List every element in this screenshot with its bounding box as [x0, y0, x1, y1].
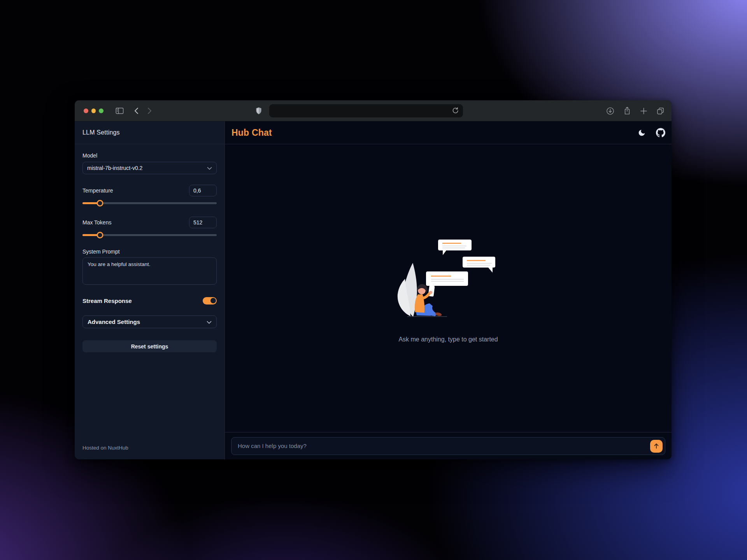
chat-message-input[interactable] [231, 438, 665, 455]
tab-overview-icon[interactable] [656, 107, 665, 115]
new-tab-icon[interactable] [640, 107, 647, 115]
slider-thumb[interactable] [96, 232, 103, 238]
stream-response-toggle[interactable] [203, 297, 217, 304]
max-tokens-slider[interactable] [82, 232, 217, 238]
page-title: Hub Chat [231, 128, 272, 138]
share-icon[interactable] [623, 107, 631, 115]
stream-response-label: Stream Response [82, 298, 132, 304]
arrow-up-icon [653, 443, 659, 449]
chat-empty-state: Ask me anything, type to get started [225, 144, 672, 432]
zoom-window-button[interactable] [99, 108, 103, 113]
chat-header: Hub Chat [225, 121, 672, 144]
shield-icon[interactable] [255, 100, 263, 121]
slider-thumb[interactable] [96, 200, 103, 206]
max-tokens-value-input[interactable] [189, 217, 217, 228]
hosted-on-nuxthub-text: Hosted on NuxtHub [75, 445, 224, 459]
model-select-value: mistral-7b-instruct-v0.2 [87, 165, 142, 171]
model-label: Model [82, 152, 217, 159]
address-bar[interactable] [269, 104, 463, 117]
send-button[interactable] [650, 440, 663, 453]
close-window-button[interactable] [84, 108, 88, 113]
max-tokens-field: Max Tokens [82, 217, 217, 238]
back-icon[interactable] [133, 100, 140, 121]
toggle-knob [210, 298, 216, 303]
settings-sidebar: LLM Settings Model mistral-7b-instruct-v… [75, 121, 225, 459]
toolbar-actions [606, 100, 665, 121]
system-prompt-label: System Prompt [82, 248, 217, 255]
chevron-down-icon [207, 318, 212, 326]
header-actions [638, 128, 665, 137]
reload-icon[interactable] [452, 107, 459, 114]
chat-input-container [231, 437, 665, 455]
github-icon[interactable] [656, 128, 665, 137]
max-tokens-label: Max Tokens [82, 219, 111, 226]
system-prompt-field: System Prompt You are a helpful assistan… [82, 248, 217, 286]
forward-icon[interactable] [146, 100, 153, 121]
sidebar-body: Model mistral-7b-instruct-v0.2 Temperatu… [75, 144, 224, 352]
temperature-field: Temperature [82, 185, 217, 206]
chat-footer [225, 432, 672, 459]
reset-settings-button[interactable]: Reset settings [82, 340, 217, 352]
advanced-settings-label: Advanced Settings [88, 318, 140, 325]
window-controls [84, 100, 103, 121]
download-icon[interactable] [606, 107, 614, 115]
sidebar-toggle-icon[interactable] [115, 100, 124, 121]
model-select[interactable]: mistral-7b-instruct-v0.2 [82, 162, 217, 174]
model-field: Model mistral-7b-instruct-v0.2 [82, 152, 217, 174]
sidebar-spacer [75, 352, 224, 445]
sidebar-title: LLM Settings [75, 121, 224, 144]
temperature-slider[interactable] [82, 200, 217, 206]
app-root: LLM Settings Model mistral-7b-instruct-v… [75, 121, 672, 459]
temperature-value-input[interactable] [189, 185, 217, 196]
system-prompt-textarea[interactable]: You are a helpful assistant. [82, 257, 217, 285]
advanced-settings-accordion[interactable]: Advanced Settings [82, 315, 217, 328]
temperature-label: Temperature [82, 187, 113, 194]
empty-state-caption: Ask me anything, type to get started [398, 336, 498, 343]
stream-response-row: Stream Response [82, 297, 217, 304]
minimize-window-button[interactable] [91, 108, 96, 113]
browser-window: LLM Settings Model mistral-7b-instruct-v… [75, 100, 672, 459]
chat-main: Hub Chat [225, 121, 672, 459]
browser-toolbar [75, 100, 672, 121]
empty-state-illustration [384, 233, 512, 331]
moon-icon[interactable] [638, 129, 646, 137]
chevron-down-icon [207, 164, 212, 172]
